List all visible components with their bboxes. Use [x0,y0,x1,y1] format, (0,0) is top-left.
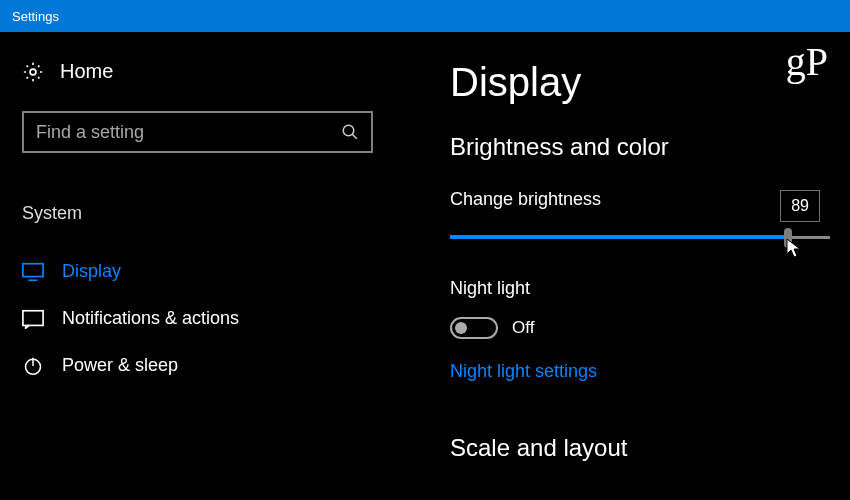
sidebar-item-display[interactable]: Display [22,248,373,295]
svg-point-1 [343,125,354,136]
slider-fill [450,235,788,239]
window-titlebar: Settings [0,0,850,32]
section-scale-label: Scale and layout [450,434,840,462]
search-input[interactable]: Find a setting [22,111,373,153]
night-light-state: Off [512,318,534,338]
home-label: Home [60,60,113,83]
night-light-label: Night light [450,278,840,299]
search-icon [341,123,359,141]
slider-thumb[interactable] [784,228,792,248]
sidebar-item-label: Display [62,261,121,282]
watermark: gP [786,38,828,85]
sidebar-item-label: Notifications & actions [62,308,239,329]
sidebar-item-label: Power & sleep [62,355,178,376]
main-panel: 89 Display Brightness and color Change b… [395,32,850,500]
brightness-slider[interactable] [450,228,830,248]
search-placeholder: Find a setting [36,122,144,143]
category-label: System [22,203,373,224]
svg-line-2 [352,134,357,139]
toggle-knob [455,322,467,334]
svg-point-0 [30,69,36,75]
brightness-value-tooltip: 89 [780,190,820,222]
home-button[interactable]: Home [22,60,373,83]
gear-icon [22,61,44,83]
sidebar: Home Find a setting System Display Notif… [0,32,395,500]
page-title: Display [450,60,840,105]
section-brightness-label: Brightness and color [450,133,840,161]
svg-rect-5 [23,310,43,325]
monitor-icon [22,262,44,282]
power-icon [22,356,44,376]
sidebar-item-power[interactable]: Power & sleep [22,342,373,389]
night-light-toggle[interactable] [450,317,498,339]
night-light-settings-link[interactable]: Night light settings [450,361,597,382]
window-title: Settings [12,9,59,24]
notifications-icon [22,309,44,329]
svg-rect-3 [23,263,43,276]
sidebar-item-notifications[interactable]: Notifications & actions [22,295,373,342]
